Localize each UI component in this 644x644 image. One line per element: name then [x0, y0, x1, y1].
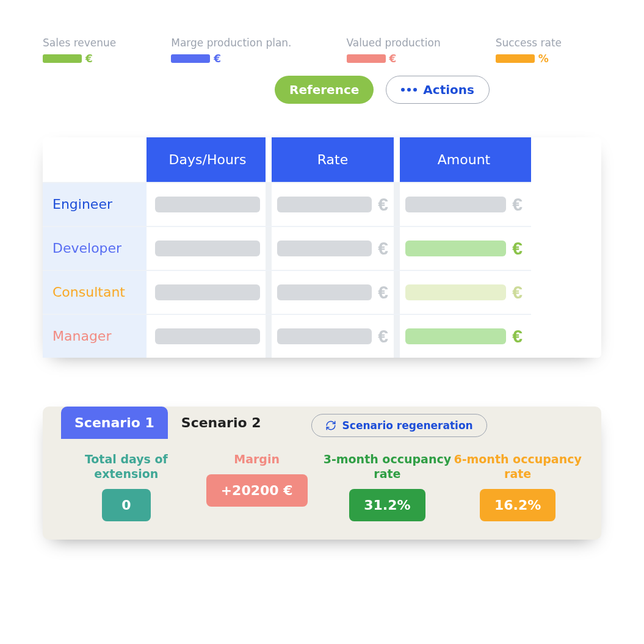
value-placeholder — [405, 284, 506, 300]
euro-icon: € — [512, 194, 523, 215]
metric-value: +20200 € — [206, 474, 308, 507]
ellipsis-icon — [401, 88, 417, 92]
kpi-legend: Sales revenue € Marge production plan. €… — [43, 37, 601, 65]
cell-rate[interactable]: € — [269, 270, 397, 314]
metric-3-month-occupancy: 3-month occupancy rate 31.2% — [322, 452, 453, 521]
row-label-engineer: Engineer — [43, 182, 147, 226]
legend-margin-plan: Marge production plan. € — [171, 37, 291, 65]
reference-button[interactable]: Reference — [275, 76, 374, 104]
metric-value: 31.2% — [349, 489, 425, 521]
value-placeholder — [277, 328, 372, 344]
legend-sales-revenue: Sales revenue € — [43, 37, 116, 65]
value-placeholder — [155, 241, 260, 256]
actions-button[interactable]: Actions — [386, 76, 490, 104]
legend-label: Valued production — [347, 37, 441, 49]
euro-icon: € — [512, 282, 523, 303]
euro-icon: € — [378, 326, 388, 347]
metric-value: 0 — [102, 489, 151, 521]
euro-icon: € — [512, 238, 523, 259]
euro-icon: € — [378, 282, 388, 303]
euro-icon: € — [378, 194, 388, 215]
action-buttons-row: Reference Actions — [275, 76, 601, 104]
cell-amount[interactable]: € — [397, 270, 531, 314]
cell-rate[interactable]: € — [269, 314, 397, 358]
column-header-days-hours: Days/Hours — [147, 137, 269, 182]
tab-scenario-2[interactable]: Scenario 2 — [168, 407, 275, 439]
metric-value: 16.2% — [480, 489, 555, 521]
metric-margin: Margin +20200 € — [192, 452, 322, 521]
swatch-green — [43, 54, 82, 63]
value-placeholder — [405, 241, 506, 256]
scenario-regeneration-label: Scenario regeneration — [342, 419, 473, 432]
metric-label: Margin — [192, 452, 322, 467]
value-placeholder — [155, 328, 260, 344]
scenario-regeneration-button[interactable]: Scenario regeneration — [311, 414, 487, 437]
cell-amount[interactable]: € — [397, 182, 531, 226]
cell-rate[interactable]: € — [269, 226, 397, 270]
value-placeholder — [405, 328, 506, 344]
value-placeholder — [155, 284, 260, 300]
metric-6-month-occupancy: 6-month occupancy rate 16.2% — [452, 452, 583, 521]
legend-label: Marge production plan. — [171, 37, 291, 49]
value-placeholder — [155, 197, 260, 212]
cell-days[interactable] — [147, 270, 269, 314]
legend-success-rate: Success rate % — [496, 37, 562, 65]
reference-button-label: Reference — [289, 82, 359, 97]
cell-rate[interactable]: € — [269, 182, 397, 226]
column-header-rate: Rate — [269, 137, 397, 182]
legend-label: Success rate — [496, 37, 562, 49]
actions-button-label: Actions — [423, 82, 474, 97]
legend-unit: € — [389, 52, 397, 65]
cell-days[interactable] — [147, 314, 269, 358]
cell-days[interactable] — [147, 226, 269, 270]
legend-unit: % — [538, 52, 549, 65]
swatch-blue — [171, 54, 210, 63]
row-label-manager: Manager — [43, 314, 147, 358]
legend-unit: € — [85, 52, 93, 65]
rates-table: Days/Hours Rate Amount Engineer € € Deve… — [43, 137, 601, 358]
cell-days[interactable] — [147, 182, 269, 226]
euro-icon: € — [512, 326, 523, 347]
value-placeholder — [277, 197, 372, 212]
tab-scenario-1[interactable]: Scenario 1 — [61, 407, 168, 439]
metric-label: 3-month occupancy rate — [322, 452, 453, 482]
metric-label: Total days of extension — [61, 452, 192, 482]
cell-amount[interactable]: € — [397, 314, 531, 358]
cell-amount[interactable]: € — [397, 226, 531, 270]
swatch-red — [347, 54, 386, 63]
row-label-consultant: Consultant — [43, 270, 147, 314]
metric-total-days-extension: Total days of extension 0 — [61, 452, 192, 521]
value-placeholder — [277, 284, 372, 300]
scenario-panel: Scenario 1 Scenario 2 Scenario regenerat… — [43, 407, 601, 540]
swatch-orange — [496, 54, 535, 63]
euro-icon: € — [378, 238, 388, 259]
column-header-amount: Amount — [397, 137, 531, 182]
legend-label: Sales revenue — [43, 37, 116, 49]
row-label-developer: Developer — [43, 226, 147, 270]
metric-label: 6-month occupancy rate — [452, 452, 583, 482]
legend-unit: € — [214, 52, 221, 65]
value-placeholder — [277, 241, 372, 256]
value-placeholder — [405, 197, 506, 212]
refresh-icon — [325, 420, 336, 431]
legend-valued-production: Valued production € — [347, 37, 441, 65]
